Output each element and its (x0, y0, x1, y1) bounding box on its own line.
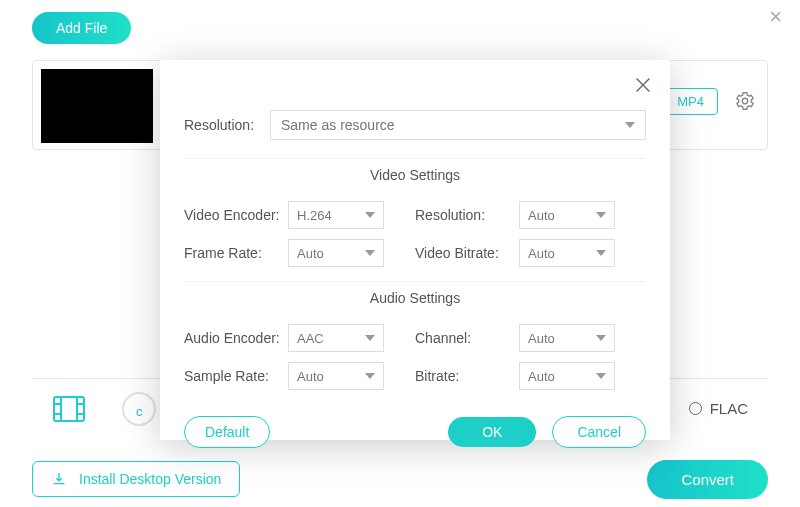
audio-encoder-select[interactable]: AAC (288, 324, 384, 352)
channel-label: Channel: (415, 330, 519, 346)
chevron-down-icon (365, 335, 375, 341)
ok-button[interactable]: OK (448, 417, 536, 447)
sample-rate-select[interactable]: Auto (288, 362, 384, 390)
audio-settings-grid: Audio Encoder: AAC Channel: Auto Sample … (184, 314, 646, 390)
channel-select[interactable]: Auto (519, 324, 615, 352)
audio-encoder-label: Audio Encoder: (184, 330, 288, 346)
sample-rate-value: Auto (297, 369, 324, 384)
default-button[interactable]: Default (184, 416, 270, 448)
video-bitrate-select[interactable]: Auto (519, 239, 615, 267)
audio-bitrate-label: Bitrate: (415, 368, 519, 384)
video-resolution-select[interactable]: Auto (519, 201, 615, 229)
footer: Install Desktop Version Convert (32, 457, 768, 501)
output-format-badge[interactable]: MP4 (663, 88, 718, 115)
audio-encoder-value: AAC (297, 331, 324, 346)
audio-tab-icon[interactable]: c (122, 392, 156, 426)
video-thumbnail[interactable] (41, 69, 153, 143)
audio-settings-header: Audio Settings (184, 281, 646, 306)
channel-value: Auto (528, 331, 555, 346)
chevron-down-icon (365, 212, 375, 218)
video-encoder-select[interactable]: H.264 (288, 201, 384, 229)
chevron-down-icon (365, 250, 375, 256)
video-bitrate-value: Auto (528, 246, 555, 261)
video-resolution-label: Resolution: (415, 207, 519, 223)
chevron-down-icon (365, 373, 375, 379)
frame-rate-value: Auto (297, 246, 324, 261)
chevron-down-icon (596, 373, 606, 379)
flac-label: FLAC (710, 400, 748, 417)
install-label: Install Desktop Version (79, 471, 221, 487)
modal-buttons: Default OK Cancel (184, 416, 646, 448)
radio-icon (689, 402, 702, 415)
video-settings-grid: Video Encoder: H.264 Resolution: Auto Fr… (184, 191, 646, 267)
frame-rate-select[interactable]: Auto (288, 239, 384, 267)
svg-point-0 (742, 98, 748, 104)
sample-rate-label: Sample Rate: (184, 368, 288, 384)
app-close-icon[interactable]: × (769, 4, 782, 30)
flac-option[interactable]: FLAC (689, 400, 748, 417)
resolution-select[interactable]: Same as resource (270, 110, 646, 140)
video-settings-header: Video Settings (184, 158, 646, 183)
chevron-down-icon (625, 122, 635, 128)
download-icon (51, 471, 67, 487)
install-desktop-button[interactable]: Install Desktop Version (32, 461, 240, 497)
resolution-value: Same as resource (281, 117, 395, 133)
video-encoder-label: Video Encoder: (184, 207, 288, 223)
video-resolution-value: Auto (528, 208, 555, 223)
audio-bitrate-value: Auto (528, 369, 555, 384)
svg-rect-1 (54, 397, 84, 421)
video-encoder-value: H.264 (297, 208, 332, 223)
close-icon[interactable] (632, 74, 654, 100)
cancel-button[interactable]: Cancel (552, 416, 646, 448)
settings-modal: Resolution: Same as resource Video Setti… (160, 60, 670, 440)
video-tab-icon[interactable] (52, 395, 86, 423)
video-bitrate-label: Video Bitrate: (415, 245, 519, 261)
audio-bitrate-select[interactable]: Auto (519, 362, 615, 390)
convert-button[interactable]: Convert (647, 460, 768, 499)
chevron-down-icon (596, 335, 606, 341)
audio-tab-letter: c (136, 404, 143, 419)
frame-rate-label: Frame Rate: (184, 245, 288, 261)
gear-icon[interactable] (734, 90, 756, 112)
chevron-down-icon (596, 250, 606, 256)
chevron-down-icon (596, 212, 606, 218)
resolution-label: Resolution: (184, 117, 270, 133)
resolution-row: Resolution: Same as resource (184, 110, 646, 140)
add-file-button[interactable]: Add File (32, 12, 131, 44)
